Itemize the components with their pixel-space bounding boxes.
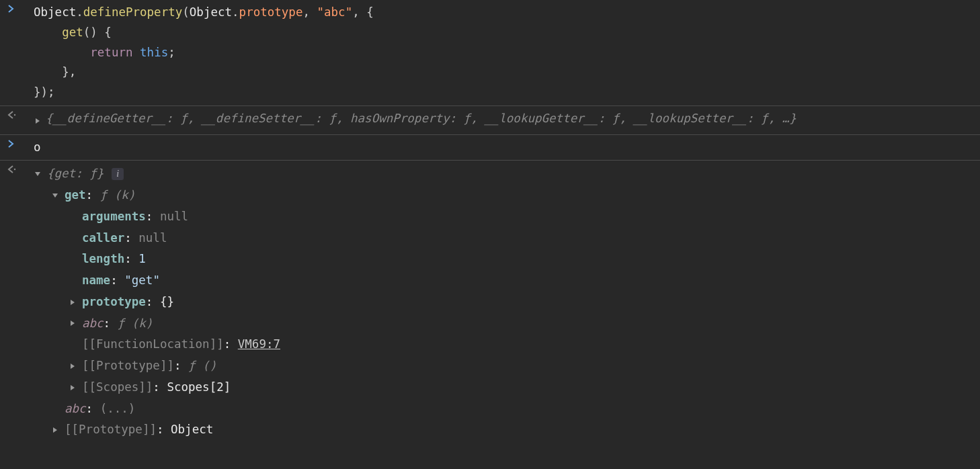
property-key: abc [65,402,86,415]
source-link[interactable]: VM69:7 [238,337,280,351]
console-output-row: {get: ƒ} i get: ƒ (k) arguments: null ca… [0,161,980,443]
object-tree: {get: ƒ} i get: ƒ (k) arguments: null ca… [34,163,980,441]
chevron-down-icon[interactable] [51,191,60,200]
chevron-right-icon[interactable] [69,384,78,392]
tree-leaf-abc[interactable]: abc: (...) [51,398,967,420]
tree-leaf[interactable]: [[FunctionLocation]]: VM69:7 [69,334,967,355]
property-key: [[Prototype]] [65,423,157,436]
property-key: prototype [82,295,146,308]
property-key: [[Scopes]] [82,380,153,394]
tree-node-proto[interactable]: [[Prototype]]: ƒ () [69,355,967,377]
property-value: 1 [138,252,146,265]
tree-leaf[interactable]: caller: null [69,228,967,249]
property-key: abc [82,316,104,330]
output-prompt-icon [7,109,34,120]
console-output-row: {__defineGetter__: ƒ, __defineSetter__: … [0,106,980,135]
property-value: Object [171,423,213,436]
property-value: ƒ (k) [100,188,136,202]
tree-node-prototype[interactable]: prototype: {} [69,292,967,313]
console-input-code[interactable]: Object.defineProperty(Object.prototype, … [34,3,980,103]
input-prompt-icon [7,138,34,148]
object-preview[interactable]: {__defineGetter__: ƒ, __defineSetter__: … [46,109,797,129]
property-key: [[FunctionLocation]] [82,337,224,351]
property-value-getter[interactable]: (...) [100,402,136,415]
svg-point-0 [14,114,15,116]
property-key: get [65,188,86,202]
property-value: ƒ (k) [118,316,153,330]
chevron-down-icon[interactable] [34,170,43,178]
console-input-code[interactable]: o [34,138,980,158]
property-value: null [160,210,188,223]
console-input-row: o [0,135,980,161]
tree-leaf[interactable]: name: "get" [69,270,967,292]
property-value: ƒ () [188,359,216,372]
property-key: [[Prototype]] [82,359,174,372]
property-key: length [82,252,124,265]
expand-object-icon[interactable] [34,109,46,132]
tree-leaf[interactable]: length: 1 [69,249,967,270]
property-key: name [82,273,110,287]
property-value: Scopes[2] [167,380,231,394]
output-prompt-icon [7,163,34,174]
tree-node-proto[interactable]: [[Prototype]]: Object [51,419,967,441]
property-value: {} [160,295,174,308]
property-key: arguments [82,210,146,223]
tree-node-abc[interactable]: abc: ƒ (k) [69,313,967,335]
chevron-right-icon[interactable] [69,319,78,327]
info-icon[interactable]: i [112,168,124,180]
chevron-right-icon[interactable] [69,362,78,370]
property-value: null [138,231,167,245]
tree-leaf[interactable]: arguments: null [69,206,967,228]
property-value: "get" [124,273,160,287]
object-preview: {get: ƒ} [47,164,104,184]
input-prompt-icon [7,3,34,13]
chevron-right-icon[interactable] [69,298,78,306]
chevron-right-icon[interactable] [51,426,60,434]
property-key: caller [82,231,124,245]
tree-node-scopes[interactable]: [[Scopes]]: Scopes[2] [69,377,967,398]
tree-root[interactable]: {get: ƒ} i [34,163,967,185]
console-input-row: Object.defineProperty(Object.prototype, … [0,0,980,106]
svg-point-1 [14,169,15,170]
tree-node-get[interactable]: get: ƒ (k) [51,185,967,206]
